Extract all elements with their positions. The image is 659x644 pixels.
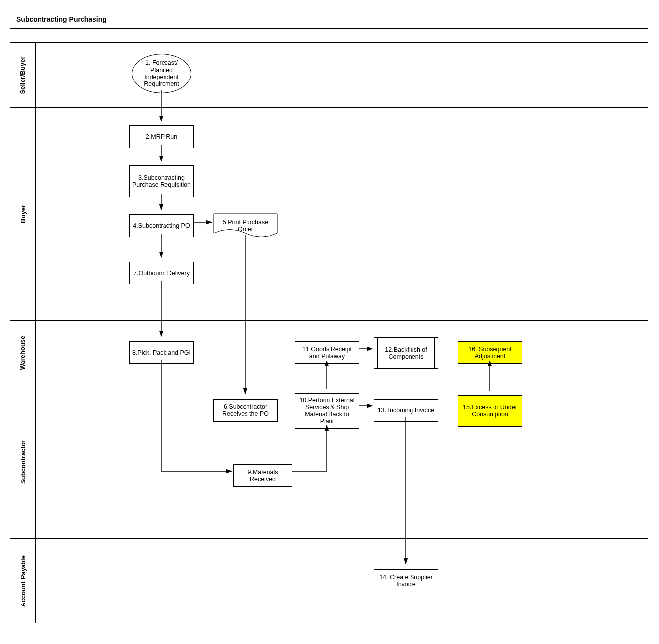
header-spacer	[10, 29, 648, 43]
lanes-container: Seller/Buyer 1. Forecast/ Planned Indepe…	[10, 43, 648, 623]
lane-label-text: Seller/Buyer	[19, 56, 27, 94]
swimlane-diagram: Subcontracting Purchasing Seller/Buyer 1…	[10, 10, 648, 623]
lane-label-subcontractor: Subcontractor	[10, 385, 36, 538]
node-outbound-delivery: 7.Outbound Delivery	[129, 262, 194, 284]
node-print-po-text: 5.Print Purchase Order	[215, 219, 276, 233]
node-pick-pack-pgi: 8.Pick, Pack and PGI	[129, 341, 194, 364]
lane-warehouse: Warehouse 8.Pick, Pack and PGI 11.Goods …	[10, 321, 648, 385]
lane-label-text: Warehouse	[19, 335, 27, 370]
lane-account-payable: Account Payable 14. Create Supplier Invo…	[10, 539, 648, 623]
node-subsequent-adjustment: 16. Subsequent Adjustment	[458, 341, 522, 364]
lane-label-warehouse: Warehouse	[10, 321, 36, 385]
lane-buyer: Buyer 2.MRP Run 3.Subcontracting Purchas…	[10, 108, 648, 321]
node-excess-under: 15.Excess or Under Consumption	[458, 395, 522, 427]
node-mrp-run: 2.MRP Run	[129, 125, 194, 148]
node-goods-receipt: 11.Goods Receipt and Putaway	[295, 341, 359, 364]
lane-label-text: Subcontractor	[19, 440, 27, 484]
lane-label-account-payable: Account Payable	[10, 539, 36, 623]
lane-label-buyer: Buyer	[10, 108, 36, 320]
node-subcontracting-po: 4.Subcontracting PO	[129, 214, 194, 237]
node-purchase-requisition: 3.Subcontracting Purchase Requisition	[129, 165, 194, 197]
node-perform-services: 10.Perform External Services & Ship Mate…	[295, 393, 359, 429]
node-incoming-invoice: 13. Incoming Invoice	[374, 399, 438, 422]
node-materials-received: 9.Materials Received	[233, 464, 292, 487]
lane-subcontractor: Subcontractor 6.Subcontractor Receives t…	[10, 385, 648, 539]
node-create-supplier-invoice: 14. Create Supplier Invoice	[374, 569, 438, 592]
lane-seller-buyer: Seller/Buyer 1. Forecast/ Planned Indepe…	[10, 43, 648, 108]
node-print-po: 5.Print Purchase Order	[213, 213, 278, 238]
lane-label-seller-buyer: Seller/Buyer	[10, 43, 36, 107]
node-receives-po: 6.Subcontractor Receives the PO	[213, 399, 278, 422]
diagram-title: Subcontracting Purchasing	[10, 10, 648, 29]
lane-label-text: Buyer	[19, 205, 26, 223]
lane-label-text: Account Payable	[19, 555, 27, 607]
node-backflush: 12.Backflush of Components	[374, 337, 438, 369]
node-forecast: 1. Forecast/ Planned Independent Require…	[132, 54, 191, 93]
